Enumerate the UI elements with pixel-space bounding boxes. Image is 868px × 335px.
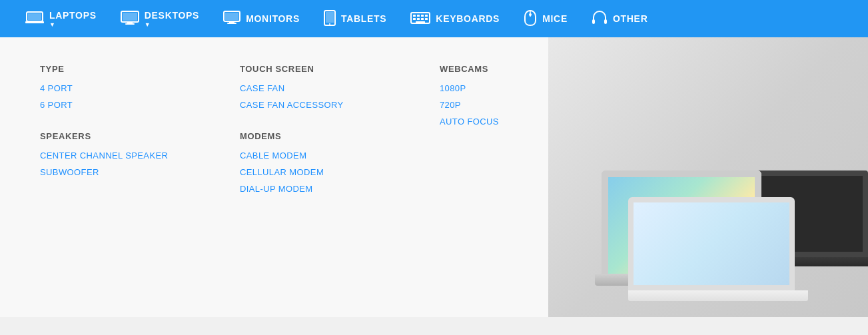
laptop-background: lenovo xyxy=(548,37,868,317)
svg-rect-19 xyxy=(413,18,416,20)
svg-rect-23 xyxy=(416,21,425,23)
nav-item-mice[interactable]: MICE xyxy=(512,0,580,37)
dropdown-col-1: TYPE 4 PORT 6 PORT SPEAKERS CENTER CHANN… xyxy=(40,64,240,290)
svg-rect-27 xyxy=(604,19,607,24)
link-subwoofer[interactable]: SUBWOOFER xyxy=(40,167,213,177)
nav-label-mice: MICE xyxy=(542,13,568,24)
nav-label-keyboards: KEYBOARDS xyxy=(436,13,500,24)
section-touch-screen: TOUCH SCREEN CASE FAN CASE FAN ACCESSORY xyxy=(240,64,413,110)
section-modems: MODEMS CABLE MODEM CELLULAR MODEM DIAL-U… xyxy=(240,131,413,194)
svg-rect-26 xyxy=(592,19,595,24)
laptop-icon xyxy=(25,11,44,27)
nav-label-desktops: DESKTOPS xyxy=(145,10,199,21)
section-title-speakers: SPEAKERS xyxy=(40,131,213,141)
nav-label-tablets: TABLETS xyxy=(341,13,386,24)
nav-item-other[interactable]: OTHER xyxy=(580,0,660,37)
laptop-white-base xyxy=(628,290,808,301)
svg-rect-2 xyxy=(25,21,44,23)
link-cellular-modem[interactable]: CELLULAR MODEM xyxy=(240,167,413,177)
tablet-icon xyxy=(324,10,336,28)
link-6port[interactable]: 6 PORT xyxy=(40,100,213,110)
svg-rect-16 xyxy=(417,15,420,17)
svg-rect-12 xyxy=(326,12,334,23)
svg-rect-18 xyxy=(425,15,428,17)
svg-rect-10 xyxy=(227,23,236,24)
link-dialup-modem[interactable]: DIAL-UP MODEM xyxy=(240,184,413,194)
section-speakers: SPEAKERS CENTER CHANNEL SPEAKER SUBWOOFE… xyxy=(40,131,213,177)
laptop-white xyxy=(628,197,815,317)
navigation-bar: LAPTOPS ▼ DESKTOPS ▼ MONITORS xyxy=(0,0,868,37)
svg-rect-4 xyxy=(123,13,137,21)
nav-item-laptops[interactable]: LAPTOPS ▼ xyxy=(13,0,109,37)
nav-item-keyboards[interactable]: KEYBOARDS xyxy=(398,0,512,37)
svg-rect-6 xyxy=(125,23,135,25)
svg-rect-15 xyxy=(413,15,416,17)
headphones-icon xyxy=(592,11,608,27)
svg-point-13 xyxy=(329,23,330,25)
svg-rect-17 xyxy=(421,15,424,17)
nav-item-desktops[interactable]: DESKTOPS ▼ xyxy=(109,0,211,37)
laptop-white-screen xyxy=(628,197,795,290)
link-center-channel-speaker[interactable]: CENTER CHANNEL SPEAKER xyxy=(40,151,213,161)
svg-rect-22 xyxy=(425,18,428,20)
svg-rect-8 xyxy=(225,13,238,20)
dropdown-panel: TYPE 4 PORT 6 PORT SPEAKERS CENTER CHANN… xyxy=(0,37,868,317)
svg-rect-1 xyxy=(28,13,41,20)
section-title-modems: MODEMS xyxy=(240,131,413,141)
laptop-image-area: lenovo xyxy=(548,37,868,317)
svg-point-25 xyxy=(529,13,532,16)
nav-label-monitors: MONITORS xyxy=(246,13,300,24)
chevron-down-icon: ▼ xyxy=(49,22,56,28)
chevron-down-icon-desktops: ▼ xyxy=(145,22,151,28)
nav-item-tablets[interactable]: TABLETS xyxy=(312,0,398,37)
section-title-touch-screen: TOUCH SCREEN xyxy=(240,64,413,74)
link-4port[interactable]: 4 PORT xyxy=(40,83,213,93)
desktop-icon xyxy=(121,11,139,27)
section-title-type: TYPE xyxy=(40,64,213,74)
mouse-icon xyxy=(524,10,537,28)
section-type: TYPE 4 PORT 6 PORT xyxy=(40,64,213,110)
nav-label-other: OTHER xyxy=(613,13,648,24)
svg-rect-21 xyxy=(421,18,424,20)
dropdown-col-2: TOUCH SCREEN CASE FAN CASE FAN ACCESSORY… xyxy=(240,64,440,290)
keyboard-icon xyxy=(410,12,430,26)
link-case-fan[interactable]: CASE FAN xyxy=(240,83,413,93)
link-case-fan-accessory[interactable]: CASE FAN ACCESSORY xyxy=(240,100,413,110)
link-cable-modem[interactable]: CABLE MODEM xyxy=(240,151,413,161)
svg-rect-20 xyxy=(417,18,420,20)
nav-label-laptops: LAPTOPS xyxy=(49,10,97,21)
nav-item-monitors[interactable]: MONITORS xyxy=(211,0,312,37)
monitor-icon xyxy=(223,11,240,27)
